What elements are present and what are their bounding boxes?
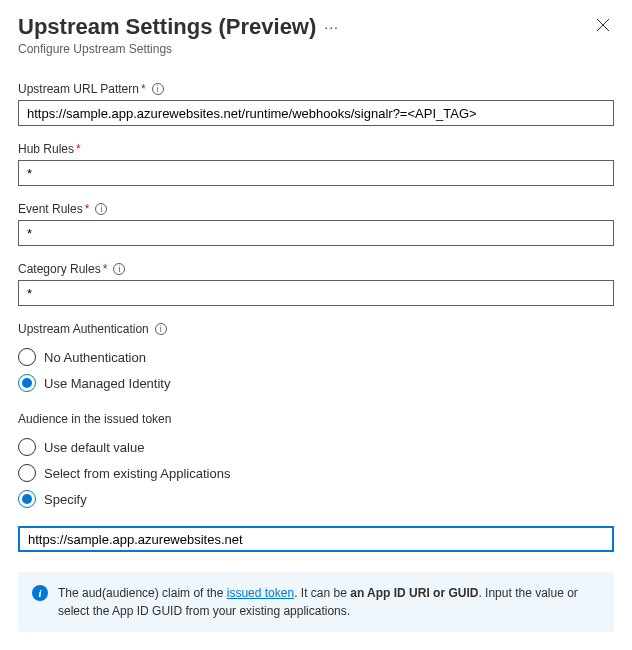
audience-option-specify-label: Specify <box>44 492 87 507</box>
auth-radio-group: Upstream Authentication i No Authenticat… <box>18 322 614 396</box>
radio-checked-icon <box>18 490 36 508</box>
info-box-icon: i <box>32 585 48 601</box>
panel-header: Upstream Settings (Preview) ··· <box>18 14 614 40</box>
audience-input[interactable] <box>18 526 614 552</box>
info-icon[interactable]: i <box>113 263 125 275</box>
radio-unchecked-icon <box>18 438 36 456</box>
audience-option-select[interactable]: Select from existing Applications <box>18 460 614 486</box>
url-pattern-input[interactable] <box>18 100 614 126</box>
url-pattern-label: Upstream URL Pattern* <box>18 82 146 96</box>
radio-unchecked-icon <box>18 348 36 366</box>
panel-title: Upstream Settings (Preview) <box>18 14 316 40</box>
radio-unchecked-icon <box>18 464 36 482</box>
hub-rules-input[interactable] <box>18 160 614 186</box>
field-hub-rules: Hub Rules* <box>18 142 614 186</box>
auth-option-managed[interactable]: Use Managed Identity <box>18 370 614 396</box>
close-icon[interactable] <box>592 14 614 39</box>
category-rules-label: Category Rules* <box>18 262 107 276</box>
audience-option-default[interactable]: Use default value <box>18 434 614 460</box>
auth-option-none-label: No Authentication <box>44 350 146 365</box>
audience-radio-group: Audience in the issued token Use default… <box>18 412 614 552</box>
hub-rules-label: Hub Rules* <box>18 142 81 156</box>
info-icon[interactable]: i <box>152 83 164 95</box>
field-url-pattern: Upstream URL Pattern* i <box>18 82 614 126</box>
audience-option-default-label: Use default value <box>44 440 144 455</box>
category-rules-input[interactable] <box>18 280 614 306</box>
field-event-rules: Event Rules* i <box>18 202 614 246</box>
info-box: i The aud(audience) claim of the issued … <box>18 572 614 632</box>
info-icon[interactable]: i <box>95 203 107 215</box>
panel-subtitle: Configure Upstream Settings <box>18 42 614 56</box>
audience-option-select-label: Select from existing Applications <box>44 466 230 481</box>
audience-option-specify[interactable]: Specify <box>18 486 614 512</box>
event-rules-label: Event Rules* <box>18 202 89 216</box>
auth-label: Upstream Authentication <box>18 322 149 336</box>
info-icon[interactable]: i <box>155 323 167 335</box>
more-icon[interactable]: ··· <box>324 19 339 35</box>
event-rules-input[interactable] <box>18 220 614 246</box>
audience-label: Audience in the issued token <box>18 412 171 426</box>
radio-checked-icon <box>18 374 36 392</box>
issued-token-link[interactable]: issued token <box>227 586 294 600</box>
info-box-text: The aud(audience) claim of the issued to… <box>58 584 600 620</box>
auth-option-managed-label: Use Managed Identity <box>44 376 170 391</box>
auth-option-none[interactable]: No Authentication <box>18 344 614 370</box>
field-category-rules: Category Rules* i <box>18 262 614 306</box>
